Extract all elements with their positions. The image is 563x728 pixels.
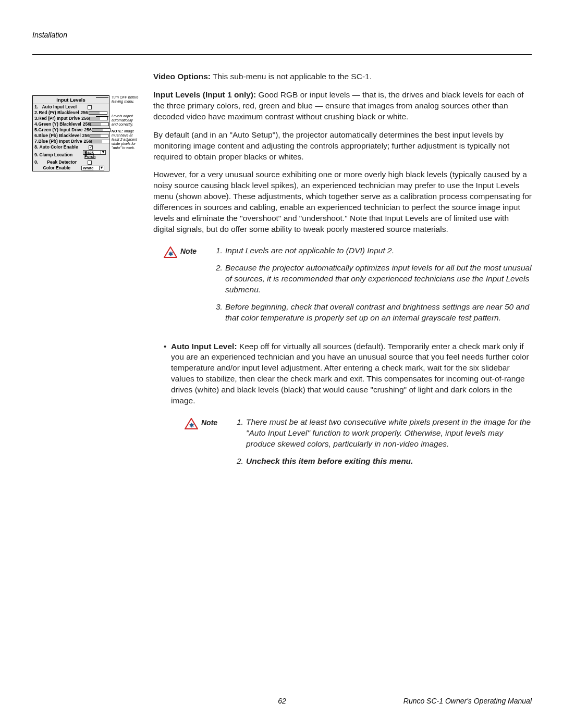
slider[interactable] [91, 140, 110, 143]
divider [32, 54, 532, 55]
svg-text:✱: ✱ [168, 251, 173, 257]
however-para: However, for a very unusual source exhib… [153, 169, 532, 235]
slider[interactable] [90, 134, 108, 138]
note-block-1: ✱ Note 1.Input Levels are not applicable… [164, 245, 532, 330]
svg-text:✱: ✱ [189, 422, 194, 428]
warning-triangle-icon: ✱ [164, 246, 177, 258]
note-label: Note [180, 246, 197, 256]
note1-item1: Input Levels are not applicable to (DVI)… [225, 245, 394, 256]
page-number: 62 [32, 697, 532, 705]
input-levels-para: Input Levels (Input 1 only): Good RGB or… [153, 90, 532, 122]
menu-row: 6.Blue (Pb) Blacklevel256 [33, 133, 109, 139]
menu-annotations: Turn OFF before leaving menu. Levels adj… [109, 95, 139, 163]
menu-row: 0.Peak Detector [33, 159, 109, 165]
menu-row: 8.Auto Color Enable [33, 144, 109, 150]
note1-item2: Because the projector automatically opti… [225, 263, 532, 295]
slider[interactable] [89, 117, 108, 120]
warning-triangle-icon: ✱ [185, 418, 198, 429]
auto-input-level-bullet: • Auto Input Level: Keep off for virtual… [164, 341, 532, 407]
menu-row: 5.Green (Y) Input Drive256 [33, 127, 109, 133]
note1-item3: Before beginning, check that overall con… [225, 302, 532, 324]
slider[interactable] [89, 111, 107, 115]
checkbox[interactable] [88, 161, 92, 165]
slider[interactable] [90, 122, 109, 126]
default-para: By default (and in an "Auto Setup"), the… [153, 130, 532, 163]
video-options-para: Video Options: This sub-menu is not appl… [153, 71, 532, 82]
menu-row: 4.Green (Y) Blacklevel256 [33, 121, 109, 127]
menu-row: 2.Red (Pr) Blacklevel256 [33, 110, 109, 116]
section-header: Installation [32, 31, 67, 39]
input-levels-menu: Input Levels 1.Auto Input Level2.Red (Pr… [32, 95, 109, 171]
note2-item2: Uncheck this item before exiting this me… [246, 456, 413, 467]
checkbox[interactable] [89, 145, 93, 150]
dropdown[interactable]: Back Porch [83, 150, 106, 155]
menu-row: Color EnableWhite [33, 165, 109, 171]
note-block-2: ✱ Note 1.There must be at least two cons… [185, 417, 532, 473]
menu-row: 7.Blue (Pb) Input Drive256 [33, 139, 109, 144]
page-footer: 62 Runco SC-1 Owner's Operating Manual [32, 697, 532, 705]
menu-row: 1.Auto Input Level [33, 104, 109, 110]
dropdown[interactable]: White [81, 166, 104, 170]
checkbox[interactable] [88, 105, 92, 109]
slider[interactable] [92, 128, 111, 132]
note-label: Note [201, 418, 217, 428]
note2-item1: There must be at least two consecutive w… [246, 417, 532, 450]
menu-row: 9.Clamp LocationBack Porch [33, 150, 109, 159]
